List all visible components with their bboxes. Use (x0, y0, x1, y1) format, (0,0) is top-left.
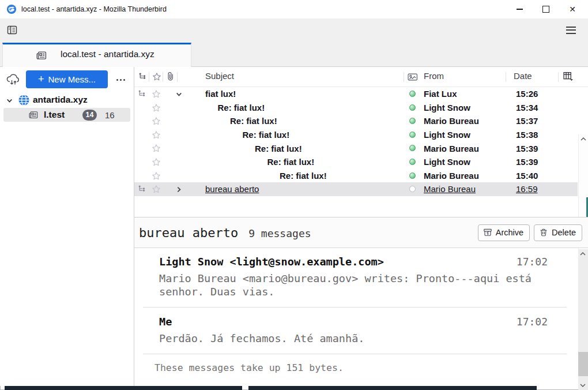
window-title: local.test - antartida.xyz - Mozilla Thu… (21, 5, 167, 13)
unread-dot[interactable] (409, 172, 416, 179)
column-picker-button[interactable] (563, 72, 574, 81)
twisty-icon[interactable] (175, 186, 183, 193)
globe-icon (18, 94, 30, 106)
from-cell: Mario Bureau (424, 169, 479, 183)
maximize-button[interactable] (533, 0, 559, 18)
date-cell: 16:59 (516, 182, 538, 196)
thread-column-icon[interactable] (138, 72, 147, 81)
star-icon[interactable] (152, 89, 161, 99)
list-row[interactable]: Re: fiat lux! Mario Bureau 15:37 (134, 114, 578, 128)
scroll-up-button[interactable] (580, 136, 587, 142)
maximize-icon (542, 6, 549, 13)
account-name: antartida.xyz (33, 95, 88, 105)
star-icon[interactable] (152, 171, 161, 181)
from-column-header[interactable]: From (424, 71, 444, 81)
list-row[interactable]: Re: fiat lux! Light Snow 15:39 (134, 155, 578, 169)
message-pane: Light Snow <light@snow.example.com> 17:0… (134, 249, 578, 386)
tab-local-test[interactable]: local.test - antartida.xyz (2, 43, 191, 67)
account-row[interactable]: antartida.xyz (0, 93, 134, 108)
list-row[interactable]: Re: fiat lux! Mario Bureau 15:40 (134, 169, 578, 183)
twisty-icon[interactable] (175, 91, 183, 98)
window-bottom-edge (5, 386, 242, 390)
message-list-rows: fiat lux! Fiat Lux 15:26 Re: fiat lux! L… (134, 87, 578, 196)
thread-pane: Subject From Date (134, 67, 588, 217)
date-cell: 15:26 (516, 87, 538, 101)
message-actions: Archive Delete (478, 224, 582, 241)
list-row[interactable]: Re: fiat lux! Light Snow 15:34 (134, 101, 578, 115)
message-item[interactable]: Me 17:02 Perdão. Já fechamos. Até amanhã… (159, 316, 548, 345)
star-icon[interactable] (152, 130, 161, 140)
folder-pane-options-button[interactable] (113, 75, 128, 84)
get-messages-button[interactable] (5, 72, 21, 88)
list-row[interactable]: Re: fiat lux! Light Snow 15:38 (134, 128, 578, 142)
archive-icon (483, 228, 492, 237)
list-row[interactable]: Re: fiat lux! Mario Bureau 15:39 (134, 141, 578, 155)
from-cell: Mario Bureau (424, 182, 476, 196)
folder-row-ltest[interactable]: l.test 14 16 (3, 108, 130, 122)
window-controls: ✕ (506, 0, 586, 18)
unread-dot[interactable] (409, 104, 416, 111)
unread-dot[interactable] (409, 159, 416, 165)
new-message-button[interactable]: + New Mess... (26, 70, 108, 88)
subject-cell: Re: fiat lux! (243, 128, 290, 142)
date-cell: 15:39 (516, 155, 538, 169)
correspondents-column-icon[interactable] (408, 73, 418, 81)
from-cell: Fiat Lux (424, 87, 457, 101)
message-scrollbar[interactable] (578, 249, 588, 390)
star-icon[interactable] (152, 144, 161, 153)
subject-cell: bureau aberto (205, 182, 259, 196)
delete-button[interactable]: Delete (534, 224, 582, 241)
attachment-column-icon[interactable] (166, 72, 175, 81)
list-header: Subject From Date (134, 67, 588, 87)
message-time: 17:02 (517, 256, 548, 268)
unread-dot[interactable] (409, 145, 416, 151)
list-row[interactable]: bureau aberto Mario Bureau 16:59 (134, 182, 578, 196)
message-time: 17:02 (517, 316, 548, 328)
date-column-header[interactable]: Date (514, 71, 532, 81)
title-bar: local.test - antartida.xyz - Mozilla Thu… (0, 0, 588, 18)
unread-dot[interactable] (409, 118, 416, 124)
total-count: 16 (105, 110, 115, 120)
archive-button[interactable]: Archive (478, 224, 530, 241)
unread-dot[interactable] (409, 186, 416, 192)
date-cell: 15:37 (516, 114, 538, 128)
app-menu-button[interactable] (564, 24, 578, 36)
star-icon[interactable] (152, 117, 161, 126)
scrollbar-thumb[interactable] (578, 352, 588, 376)
subject-cell: Re: fiat lux! (255, 141, 302, 155)
tab-bar: local.test - antartida.xyz (0, 42, 588, 67)
close-button[interactable]: ✕ (559, 0, 586, 18)
account-twisty-icon[interactable] (6, 97, 13, 104)
msg-scroll-up-button[interactable] (579, 251, 586, 257)
size-footer: These messages take up 151 bytes. (154, 362, 578, 373)
date-cell: 15:39 (516, 141, 538, 155)
folder-pane-toggle-button[interactable] (5, 22, 20, 38)
mail-toolbar (0, 18, 588, 42)
minimize-button[interactable] (506, 0, 533, 18)
message-body: Mario Bureau <mario@bureau.gov> writes: … (159, 272, 548, 298)
close-icon: ✕ (569, 5, 576, 13)
plus-icon: + (38, 74, 44, 84)
list-row[interactable]: fiat lux! Fiat Lux 15:26 (134, 87, 578, 101)
message-separator (143, 354, 567, 354)
tab-label: local.test - antartida.xyz (61, 49, 154, 59)
from-cell: Light Snow (424, 101, 470, 115)
folder-name: l.test (44, 110, 65, 120)
date-cell: 15:34 (516, 101, 538, 115)
star-icon[interactable] (152, 185, 161, 194)
star-icon[interactable] (152, 103, 161, 112)
message-body: Perdão. Já fechamos. Até amanhã. (159, 332, 548, 345)
subject-column-header[interactable]: Subject (205, 71, 234, 81)
unread-dot[interactable] (409, 132, 416, 138)
subject-cell: Re: fiat lux! (267, 155, 315, 169)
unread-dot[interactable] (409, 91, 416, 97)
star-column-icon[interactable] (152, 72, 161, 81)
message-item[interactable]: Light Snow <light@snow.example.com> 17:0… (159, 256, 548, 298)
archive-label: Archive (496, 228, 523, 237)
from-cell: Light Snow (424, 128, 470, 142)
subject-cell: fiat lux! (205, 87, 236, 101)
from-cell: Mario Bureau (424, 114, 479, 128)
star-icon[interactable] (152, 158, 161, 167)
from-cell: Mario Bureau (424, 141, 479, 155)
msg-scroll-down-button[interactable] (579, 382, 586, 388)
